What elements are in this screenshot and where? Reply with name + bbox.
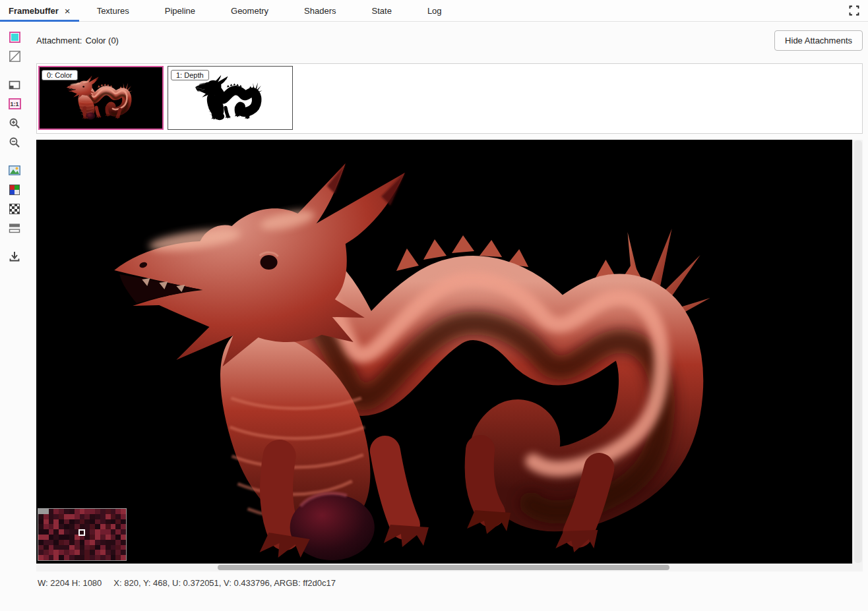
show-image-button[interactable] <box>7 163 22 177</box>
tab-log[interactable]: Log <box>410 0 460 21</box>
checkerboard-icon <box>9 204 20 214</box>
actual-size-button[interactable]: 1:1 <box>7 97 22 111</box>
tab-shaders[interactable]: Shaders <box>286 0 354 21</box>
vertical-scrollbar-thumb[interactable] <box>854 140 862 563</box>
hide-attachments-button[interactable]: Hide Attachments <box>774 30 863 51</box>
tab-label: Textures <box>97 6 129 16</box>
tab-label: Framebuffer <box>9 6 59 16</box>
tab-label: Pipeline <box>165 6 195 16</box>
flip-vertical-icon <box>9 223 20 233</box>
checker-background-button[interactable] <box>7 49 22 63</box>
viewport-area <box>36 140 863 571</box>
color-channels-button[interactable] <box>7 183 22 196</box>
tab-label: Shaders <box>304 6 336 16</box>
attachment-chip: 1: Depth <box>171 70 209 80</box>
color-channels-icon <box>9 185 20 195</box>
tab-framebuffer[interactable]: Framebuffer × <box>0 0 79 21</box>
texture-size-text: W: 2204 H: 1080 <box>38 578 102 588</box>
flip-vertical-button[interactable] <box>7 221 22 235</box>
attachment-label: Attachment:Color (0) <box>36 36 119 45</box>
save-image-button[interactable] <box>7 249 22 263</box>
image-icon <box>9 165 20 175</box>
fullscreen-icon[interactable] <box>840 0 868 21</box>
status-bar: W: 2204 H: 1080 X: 820, Y: 468, U: 0.372… <box>36 571 863 594</box>
side-toolbar: 1:1 <box>0 22 29 611</box>
attachment-header: Attachment:Color (0) Hide Attachments <box>36 22 863 59</box>
scrollbar-corner <box>852 564 863 571</box>
checker-background-icon <box>9 51 20 62</box>
attachment-value: Color (0) <box>85 36 119 45</box>
background-color-swatch-icon <box>9 32 20 43</box>
workspace: 1:1 <box>0 22 868 611</box>
pixel-zoom-overlay <box>38 508 127 561</box>
attachment-chip: 0: Color <box>42 70 78 80</box>
tab-state[interactable]: State <box>354 0 410 21</box>
framebuffer-viewport[interactable] <box>36 140 852 564</box>
pixel-info-text: X: 820, Y: 468, U: 0.372051, V: 0.433796… <box>113 578 336 588</box>
attachments-strip: 0: Color 1: Depth <box>36 63 863 134</box>
vertical-scrollbar[interactable] <box>852 140 863 564</box>
tab-geometry[interactable]: Geometry <box>213 0 286 21</box>
tab-bar: Framebuffer × Textures Pipeline Geometry… <box>0 0 868 22</box>
zoom-out-button[interactable] <box>7 135 22 149</box>
selected-pixel-marker <box>78 529 85 536</box>
main-panel: Attachment:Color (0) Hide Attachments 0:… <box>29 22 868 611</box>
actual-size-icon: 1:1 <box>9 98 21 109</box>
tab-textures[interactable]: Textures <box>79 0 147 21</box>
tab-label: Geometry <box>231 6 268 16</box>
framebuffer-image[interactable] <box>36 140 852 564</box>
attachment-thumb-color[interactable]: 0: Color <box>38 66 164 130</box>
save-icon <box>9 250 20 262</box>
zoom-to-fit-button[interactable] <box>7 78 22 92</box>
graphics-debugger-window: Framebuffer × Textures Pipeline Geometry… <box>0 0 868 611</box>
zoom-to-fit-icon <box>9 80 20 90</box>
tab-label: State <box>372 6 392 16</box>
tab-label: Log <box>427 6 442 16</box>
attachment-thumb-depth[interactable]: 1: Depth <box>168 66 293 130</box>
zoom-in-icon <box>9 117 20 129</box>
active-tab-indicator <box>0 20 79 22</box>
zoom-out-icon <box>9 136 20 148</box>
zoom-in-button[interactable] <box>7 116 22 130</box>
close-tab-icon[interactable]: × <box>65 6 71 16</box>
alpha-checkerboard-button[interactable] <box>7 202 22 216</box>
background-color-button[interactable] <box>7 30 22 44</box>
horizontal-scrollbar[interactable] <box>36 564 852 571</box>
tab-pipeline[interactable]: Pipeline <box>147 0 213 21</box>
horizontal-scrollbar-thumb[interactable] <box>218 565 669 570</box>
